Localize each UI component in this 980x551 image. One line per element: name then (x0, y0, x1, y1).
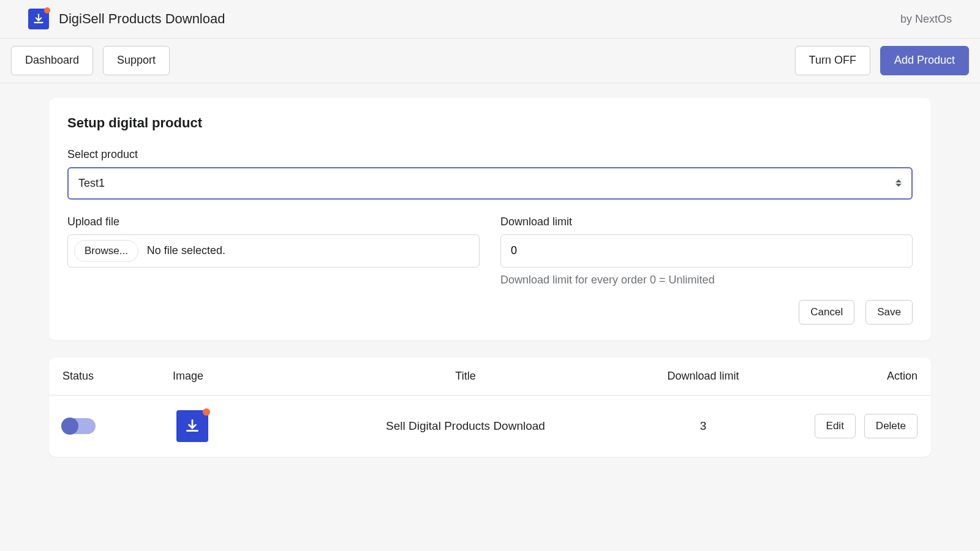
select-product-value[interactable] (67, 167, 913, 200)
upload-file-label: Upload file (67, 216, 480, 228)
title-cell: Sell Digital Products Download (295, 419, 636, 433)
edit-button[interactable]: Edit (815, 414, 856, 438)
col-header-image: Image (173, 370, 295, 383)
table-row: Sell Digital Products Download 3 Edit De… (49, 395, 931, 457)
select-product-dropdown[interactable] (67, 167, 913, 200)
turn-off-button[interactable]: Turn OFF (795, 46, 870, 75)
limit-cell: 3 (636, 419, 771, 433)
select-caret-icon (895, 179, 902, 187)
main-content: Setup digital product Select product Upl… (0, 83, 980, 481)
image-cell (173, 410, 295, 442)
products-table: Status Image Title Download limit Action… (49, 358, 931, 457)
download-limit-input[interactable] (500, 234, 913, 268)
top-bar: DigiSell Products Download by NextOs (0, 0, 980, 39)
support-button[interactable]: Support (103, 46, 170, 75)
product-image-icon (176, 410, 208, 442)
col-header-title: Title (295, 370, 636, 383)
delete-button[interactable]: Delete (864, 414, 918, 438)
col-header-action: Action (771, 370, 918, 383)
status-cell (62, 418, 173, 434)
download-limit-label: Download limit (500, 216, 913, 228)
col-header-status: Status (62, 370, 173, 383)
save-button[interactable]: Save (865, 300, 913, 324)
toolbar: Dashboard Support Turn OFF Add Product (0, 39, 980, 83)
browse-button[interactable]: Browse... (74, 240, 138, 262)
table-header: Status Image Title Download limit Action (49, 358, 931, 395)
add-product-button[interactable]: Add Product (880, 46, 969, 75)
col-header-limit: Download limit (636, 370, 771, 383)
cancel-button[interactable]: Cancel (799, 300, 854, 324)
upload-file-input[interactable]: Browse... No file selected. (67, 234, 480, 268)
select-product-label: Select product (67, 148, 913, 161)
card-title: Setup digital product (67, 115, 913, 131)
action-cell: Edit Delete (771, 414, 918, 438)
app-logo-icon (28, 9, 49, 29)
setup-card: Setup digital product Select product Upl… (49, 98, 931, 340)
app-title: DigiSell Products Download (59, 11, 225, 27)
toggle-knob-icon (61, 418, 78, 435)
top-bar-left: DigiSell Products Download (28, 9, 225, 29)
status-toggle[interactable] (62, 418, 96, 434)
download-limit-help: Download limit for every order 0 = Unlim… (500, 274, 913, 287)
file-status-text: No file selected. (147, 244, 225, 257)
dashboard-button[interactable]: Dashboard (11, 46, 93, 75)
vendor-text: by NextOs (900, 13, 952, 26)
